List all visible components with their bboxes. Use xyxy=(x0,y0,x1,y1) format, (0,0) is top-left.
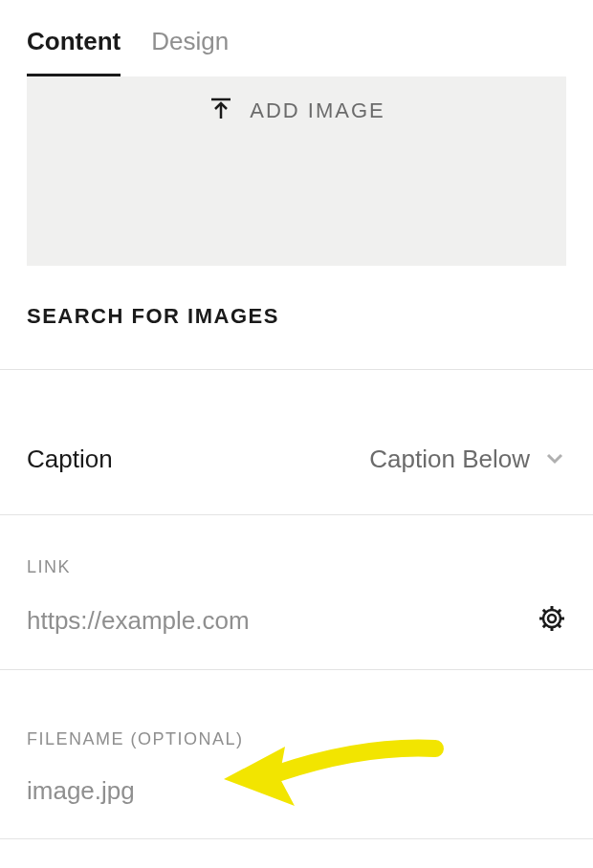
add-image-dropzone[interactable]: ADD IMAGE xyxy=(27,76,566,266)
link-label: LINK xyxy=(27,557,566,577)
svg-rect-10 xyxy=(542,609,548,615)
search-for-images-label: SEARCH FOR IMAGES xyxy=(27,304,279,328)
tabs: Content Design xyxy=(0,0,593,76)
svg-rect-8 xyxy=(557,609,562,615)
add-image-label: ADD IMAGE xyxy=(250,98,384,123)
filename-input[interactable] xyxy=(27,776,350,806)
tab-content[interactable]: Content xyxy=(27,27,121,76)
filename-section: FILENAME (OPTIONAL) xyxy=(0,670,593,839)
svg-rect-5 xyxy=(551,626,554,631)
caption-row: Caption Caption Below xyxy=(0,370,593,515)
upload-icon xyxy=(208,96,234,126)
svg-rect-9 xyxy=(542,623,548,629)
caption-label: Caption xyxy=(27,445,113,474)
search-for-images[interactable]: SEARCH FOR IMAGES xyxy=(0,266,593,370)
tab-design[interactable]: Design xyxy=(151,27,229,76)
caption-dropdown[interactable]: Caption Below xyxy=(369,445,566,474)
caption-selected-value: Caption Below xyxy=(369,445,530,474)
svg-rect-4 xyxy=(551,606,554,611)
svg-rect-7 xyxy=(560,618,564,620)
svg-point-3 xyxy=(548,615,556,622)
filename-label: FILENAME (OPTIONAL) xyxy=(27,729,566,749)
chevron-down-icon xyxy=(543,446,566,473)
svg-rect-11 xyxy=(557,623,562,629)
svg-rect-6 xyxy=(539,618,544,620)
link-section: LINK xyxy=(0,515,593,670)
gear-icon[interactable] xyxy=(538,604,566,637)
link-input[interactable] xyxy=(27,606,458,636)
